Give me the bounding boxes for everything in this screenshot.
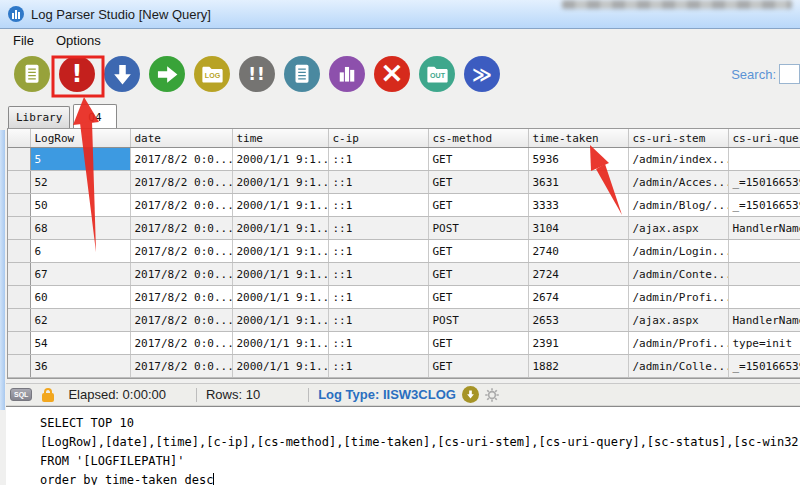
grid-cell[interactable]: POST <box>428 309 528 332</box>
log-folder-icon[interactable]: LOG <box>194 56 230 92</box>
grid-cell[interactable]: 2000/1/1 9:1... <box>232 355 328 378</box>
grid-cell[interactable]: ::1 <box>328 171 428 194</box>
grid-cell[interactable]: 2000/1/1 9:1... <box>232 194 328 217</box>
table-row[interactable]: 542017/8/2 0:0...2000/1/1 9:1...::1GET23… <box>8 332 800 355</box>
row-selector[interactable] <box>8 171 30 194</box>
column-header-selector[interactable] <box>8 129 30 148</box>
column-header-date[interactable]: date <box>130 129 232 148</box>
run-icon[interactable] <box>149 56 185 92</box>
table-row[interactable]: 362017/8/2 0:0...2000/1/1 9:1...::1GET18… <box>8 355 800 378</box>
grid-cell[interactable]: 62 <box>30 309 130 332</box>
chart-icon[interactable] <box>329 56 365 92</box>
grid-cell[interactable]: ::1 <box>328 194 428 217</box>
table-row[interactable]: 672017/8/2 0:0...2000/1/1 9:1...::1GET27… <box>8 263 800 286</box>
grid-cell[interactable]: GET <box>428 148 528 171</box>
grid-cell[interactable] <box>728 148 800 171</box>
grid-cell[interactable]: type=init <box>728 332 800 355</box>
grid-cell[interactable]: ::1 <box>328 286 428 309</box>
column-header-time-taken[interactable]: time-taken <box>528 129 628 148</box>
row-selector[interactable] <box>8 309 30 332</box>
grid-cell[interactable]: 2017/8/2 0:0... <box>130 148 232 171</box>
grid-cell[interactable]: 1882 <box>528 355 628 378</box>
grid-cell[interactable]: GET <box>428 355 528 378</box>
table-row[interactable]: 602017/8/2 0:0...2000/1/1 9:1...::1GET26… <box>8 286 800 309</box>
grid-cell[interactable]: 2000/1/1 9:1... <box>232 240 328 263</box>
grid-cell[interactable]: ::1 <box>328 217 428 240</box>
grid-cell[interactable]: 3333 <box>528 194 628 217</box>
grid-cell[interactable]: POST <box>428 217 528 240</box>
grid-cell[interactable]: ::1 <box>328 263 428 286</box>
row-selector[interactable] <box>8 286 30 309</box>
row-selector[interactable] <box>8 148 30 171</box>
grid-cell[interactable]: 5 <box>30 148 130 171</box>
grid-cell[interactable]: GET <box>428 286 528 309</box>
column-header-cs-uri-stem[interactable]: cs-uri-stem <box>628 129 728 148</box>
grid-cell[interactable]: 2017/8/2 0:0... <box>130 332 232 355</box>
grid-cell[interactable]: 2000/1/1 9:1... <box>232 148 328 171</box>
grid-cell[interactable]: GET <box>428 194 528 217</box>
grid-cell[interactable] <box>728 263 800 286</box>
grid-cell[interactable]: GET <box>428 240 528 263</box>
download-icon[interactable] <box>104 56 140 92</box>
tab-library[interactable]: Library <box>8 106 70 128</box>
grid-cell[interactable]: _=1501665390 <box>728 194 800 217</box>
table-row[interactable]: 52017/8/2 0:0...2000/1/1 9:1...::1GET593… <box>8 148 800 171</box>
grid-cell[interactable]: 54 <box>30 332 130 355</box>
grid-cell[interactable]: 6 <box>30 240 130 263</box>
grid-cell[interactable]: 52 <box>30 171 130 194</box>
grid-cell[interactable]: 2674 <box>528 286 628 309</box>
grid-cell[interactable]: ::1 <box>328 148 428 171</box>
powershell-icon[interactable]: ≫ <box>464 56 500 92</box>
table-row[interactable]: 502017/8/2 0:0...2000/1/1 9:1...::1GET33… <box>8 194 800 217</box>
table-row[interactable]: 622017/8/2 0:0...2000/1/1 9:1...::1POST2… <box>8 309 800 332</box>
column-header-cs-uri-query[interactable]: cs-uri-query <box>728 129 800 148</box>
grid-cell[interactable]: 2017/8/2 0:0... <box>130 263 232 286</box>
grid-cell[interactable]: 2017/8/2 0:0... <box>130 309 232 332</box>
menu-options[interactable]: Options <box>56 33 101 48</box>
sql-query-editor[interactable]: SELECT TOP 10[LogRow],[date],[time],[c-i… <box>6 406 800 485</box>
row-selector[interactable] <box>8 217 30 240</box>
table-row[interactable]: 62017/8/2 0:0...2000/1/1 9:1...::1GET274… <box>8 240 800 263</box>
row-selector[interactable] <box>8 240 30 263</box>
table-row[interactable]: 522017/8/2 0:0...2000/1/1 9:1...::1GET36… <box>8 171 800 194</box>
grid-cell[interactable]: /admin/Login... <box>628 240 728 263</box>
column-header-LogRow[interactable]: LogRow <box>30 129 130 148</box>
grid-cell[interactable]: 2724 <box>528 263 628 286</box>
grid-cell[interactable]: 67 <box>30 263 130 286</box>
log-viewer-icon[interactable] <box>284 56 320 92</box>
grid-cell[interactable]: 5936 <box>528 148 628 171</box>
grid-cell[interactable]: _=1501665390 <box>728 171 800 194</box>
row-selector[interactable] <box>8 263 30 286</box>
tab-query[interactable]: Q4 <box>73 104 116 129</box>
grid-cell[interactable]: /admin/Colle... <box>628 355 728 378</box>
grid-cell[interactable]: 3104 <box>528 217 628 240</box>
grid-cell[interactable]: 2000/1/1 9:1... <box>232 309 328 332</box>
row-selector[interactable] <box>8 332 30 355</box>
grid-cell[interactable]: 2017/8/2 0:0... <box>130 355 232 378</box>
cancel-icon[interactable]: × <box>374 56 410 92</box>
search-input[interactable] <box>779 64 800 84</box>
errors-icon[interactable]: !! <box>239 56 275 92</box>
grid-cell[interactable] <box>728 240 800 263</box>
grid-cell[interactable]: ::1 <box>328 240 428 263</box>
execute-icon[interactable]: ! <box>59 56 95 92</box>
out-folder-icon[interactable]: OUT <box>419 56 455 92</box>
menu-file[interactable]: File <box>13 33 34 48</box>
column-header-c-ip[interactable]: c-ip <box>328 129 428 148</box>
grid-cell[interactable]: 36 <box>30 355 130 378</box>
new-query-icon[interactable] <box>14 56 50 92</box>
grid-cell[interactable]: 50 <box>30 194 130 217</box>
grid-cell[interactable] <box>728 286 800 309</box>
grid-cell[interactable]: 68 <box>30 217 130 240</box>
grid-cell[interactable]: /admin/Acces... <box>628 171 728 194</box>
grid-cell[interactable]: 2017/8/2 0:0... <box>130 286 232 309</box>
grid-cell[interactable]: GET <box>428 263 528 286</box>
grid-cell[interactable]: /admin/index... <box>628 148 728 171</box>
log-type-down-icon[interactable] <box>462 386 479 403</box>
grid-cell[interactable]: GET <box>428 171 528 194</box>
grid-cell[interactable]: 2740 <box>528 240 628 263</box>
grid-cell[interactable]: ::1 <box>328 355 428 378</box>
grid-cell[interactable]: /admin/Profi... <box>628 332 728 355</box>
grid-cell[interactable]: 2017/8/2 0:0... <box>130 171 232 194</box>
column-header-cs-method[interactable]: cs-method <box>428 129 528 148</box>
